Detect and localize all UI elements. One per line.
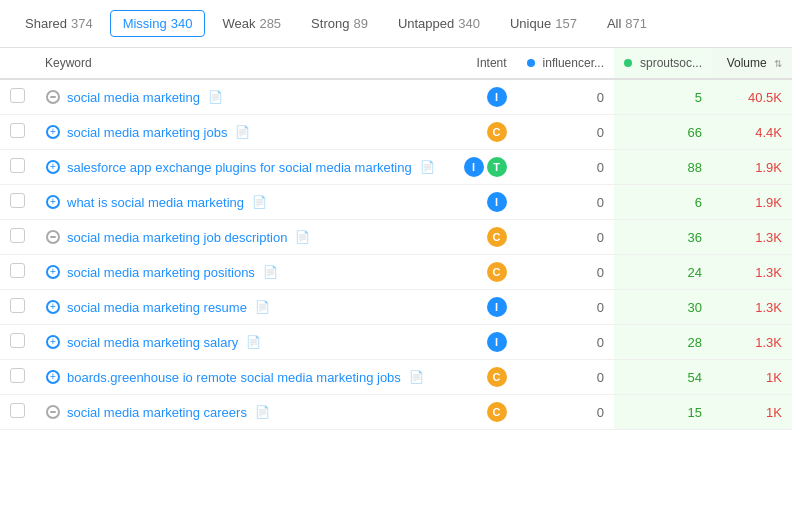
keyword-cell: social media marketing careers 📄: [45, 404, 437, 420]
keyword-link[interactable]: boards.greenhouse io remote social media…: [67, 370, 401, 385]
row-checkbox[interactable]: [10, 298, 25, 313]
tab-count: 89: [353, 16, 367, 31]
keyword-type-icon: [45, 194, 61, 210]
keyword-link[interactable]: what is social media marketing: [67, 195, 244, 210]
row-checkbox[interactable]: [10, 333, 25, 348]
keyword-link[interactable]: salesforce app exchange plugins for soci…: [67, 160, 412, 175]
col-header-check: [0, 48, 35, 79]
table-row: boards.greenhouse io remote social media…: [0, 360, 792, 395]
keyword-type-icon: [45, 264, 61, 280]
intent-badge: C: [487, 402, 507, 422]
row-checkbox[interactable]: [10, 123, 25, 138]
tab-count: 340: [171, 16, 193, 31]
sprout-cell: 28: [614, 325, 712, 360]
doc-icon: 📄: [246, 335, 261, 349]
keyword-cell: social media marketing positions 📄: [45, 264, 437, 280]
volume-cell: 4.4K: [712, 115, 792, 150]
influencer-cell: 0: [517, 150, 614, 185]
row-checkbox[interactable]: [10, 228, 25, 243]
intent-badge: I: [487, 87, 507, 107]
row-checkbox[interactable]: [10, 88, 25, 103]
tab-label: Untapped: [398, 16, 454, 31]
volume-cell: 40.5K: [712, 79, 792, 115]
volume-cell: 1.3K: [712, 290, 792, 325]
col-volume-label: Volume: [727, 56, 767, 70]
intent-cell: C: [447, 115, 517, 150]
row-checkbox[interactable]: [10, 403, 25, 418]
table-row: social media marketing job description 📄…: [0, 220, 792, 255]
influencer-cell: 0: [517, 325, 614, 360]
keyword-type-icon: [45, 404, 61, 420]
doc-icon: 📄: [235, 125, 250, 139]
influencer-cell: 0: [517, 290, 614, 325]
tab-missing[interactable]: Missing340: [110, 10, 206, 37]
tab-count: 340: [458, 16, 480, 31]
intent-badge: I: [487, 297, 507, 317]
intent-badge: C: [487, 227, 507, 247]
table-row: social media marketing careers 📄 C0151K: [0, 395, 792, 430]
minus-icon: [46, 230, 60, 244]
keyword-link[interactable]: social media marketing job description: [67, 230, 287, 245]
intent-cell: C: [447, 255, 517, 290]
row-checkbox[interactable]: [10, 263, 25, 278]
doc-icon: 📄: [295, 230, 310, 244]
volume-cell: 1.9K: [712, 185, 792, 220]
sprout-cell: 30: [614, 290, 712, 325]
plus-icon: [46, 195, 60, 209]
table-row: social media marketing positions 📄 C0241…: [0, 255, 792, 290]
tab-unique[interactable]: Unique157: [497, 10, 590, 37]
sprout-dot: [624, 59, 632, 67]
row-checkbox[interactable]: [10, 158, 25, 173]
plus-icon: [46, 370, 60, 384]
sprout-cell: 66: [614, 115, 712, 150]
keyword-link[interactable]: social media marketing careers: [67, 405, 247, 420]
keyword-type-icon: [45, 229, 61, 245]
intent-badge: C: [487, 262, 507, 282]
intent-badge: C: [487, 122, 507, 142]
row-checkbox[interactable]: [10, 368, 25, 383]
table-wrap: Keyword Intent influencer... sproutsoc..…: [0, 48, 792, 430]
intent-cell: C: [447, 395, 517, 430]
tab-all[interactable]: All871: [594, 10, 660, 37]
col-header-sprout: sproutsoc...: [614, 48, 712, 79]
row-checkbox[interactable]: [10, 193, 25, 208]
volume-sort-icon[interactable]: ⇅: [774, 58, 782, 69]
doc-icon: 📄: [208, 90, 223, 104]
sprout-cell: 24: [614, 255, 712, 290]
volume-cell: 1.9K: [712, 150, 792, 185]
keyword-link[interactable]: social media marketing jobs: [67, 125, 227, 140]
keyword-link[interactable]: social media marketing: [67, 90, 200, 105]
keyword-cell: social media marketing resume 📄: [45, 299, 437, 315]
tab-label: Missing: [123, 16, 167, 31]
keyword-cell: salesforce app exchange plugins for soci…: [45, 159, 437, 175]
minus-icon: [46, 90, 60, 104]
keyword-link[interactable]: social media marketing positions: [67, 265, 255, 280]
keyword-cell: social media marketing 📄: [45, 89, 437, 105]
tab-label: Strong: [311, 16, 349, 31]
table-row: social media marketing 📄 I0540.5K: [0, 79, 792, 115]
intent-badge: I: [487, 192, 507, 212]
tab-count: 374: [71, 16, 93, 31]
doc-icon: 📄: [263, 265, 278, 279]
keyword-link[interactable]: social media marketing resume: [67, 300, 247, 315]
tab-label: Unique: [510, 16, 551, 31]
keyword-type-icon: [45, 159, 61, 175]
intent-badge: I: [464, 157, 484, 177]
tab-shared[interactable]: Shared374: [12, 10, 106, 37]
keyword-link[interactable]: social media marketing salary: [67, 335, 238, 350]
intent-badge: C: [487, 367, 507, 387]
doc-icon: 📄: [255, 405, 270, 419]
tab-strong[interactable]: Strong89: [298, 10, 381, 37]
tab-untapped[interactable]: Untapped340: [385, 10, 493, 37]
tab-label: Weak: [222, 16, 255, 31]
intent-cell: I: [447, 325, 517, 360]
table-row: social media marketing jobs 📄 C0664.4K: [0, 115, 792, 150]
influencer-cell: 0: [517, 185, 614, 220]
plus-icon: [46, 265, 60, 279]
tab-weak[interactable]: Weak285: [209, 10, 294, 37]
intent-cell: C: [447, 220, 517, 255]
influencer-cell: 0: [517, 360, 614, 395]
doc-icon: 📄: [409, 370, 424, 384]
keyword-type-icon: [45, 124, 61, 140]
col-sprout-label: sproutsoc...: [640, 56, 702, 70]
